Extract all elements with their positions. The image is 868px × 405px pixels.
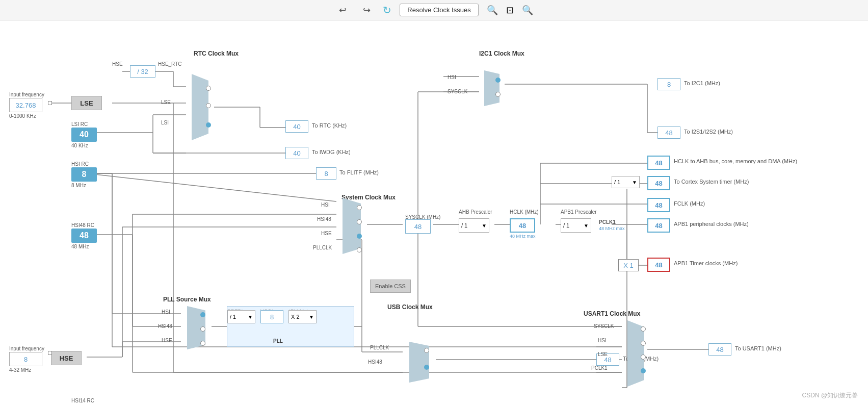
usart1-lse-label: LSE	[598, 351, 608, 357]
refresh-icon[interactable]: ↻	[383, 4, 391, 16]
i2c1-clock-mux-label: I2C1 Clock Mux	[479, 50, 524, 57]
sysclk-val-box: 48	[405, 219, 431, 234]
pll-source-radio-hsi[interactable]	[200, 312, 205, 317]
usart1-sysclk-label: SYSCLK	[594, 323, 614, 329]
prediv-dropdown[interactable]: / 1 ▼	[227, 310, 255, 323]
usart1-val-box: 48	[708, 343, 731, 356]
watermark: CSDN @知识燎元兽	[802, 391, 858, 400]
ahb-prescaler-value: / 1	[461, 222, 467, 229]
redo-button[interactable]: ↪	[359, 3, 375, 18]
hclk-label: HCLK (MHz)	[510, 209, 539, 215]
sys-mux-radio-hsi48[interactable]	[357, 219, 362, 224]
to-flitf-label: To FLITF (MHz)	[339, 169, 379, 175]
pclk1-signal-label: PCLK1	[599, 219, 616, 225]
hsi-unit-label: 8 MHz	[71, 183, 86, 188]
apb1-prescaler-label: APB1 Prescaler	[561, 209, 597, 215]
pll-source-radio-hsi48[interactable]	[200, 326, 205, 332]
system-clock-mux-label: System Clock Mux	[341, 194, 396, 201]
x1-box: X 1	[618, 259, 639, 271]
usb-mux-radio-pllclk[interactable]	[424, 348, 429, 353]
i2c1-mux-radio-hsi[interactable]	[495, 78, 501, 83]
cortex-timer-val-box: 48	[647, 176, 670, 190]
usb-clock-mux-label: USB Clock Mux	[387, 303, 433, 311]
usb-mux-shape	[403, 342, 436, 383]
rtc-mux-radio-lsi[interactable]	[206, 122, 211, 128]
to-i2s-label: To I2S1/I2S2 (MHz)	[684, 129, 733, 135]
rtc-val-box: 40	[285, 120, 308, 133]
input-freq-lse-label: Input frequency	[9, 92, 44, 97]
lsi-mux-in: LSI	[161, 120, 169, 125]
apb1-prescaler-value: / 1	[563, 222, 569, 229]
usb-mux-pllclk: PLLCLK	[370, 345, 389, 350]
i2c1-mux-radio-sysclk[interactable]	[495, 92, 501, 97]
lse-mux-in: LSE	[161, 99, 171, 105]
hsi48-freq-box: 48	[71, 229, 97, 243]
hclk-div-dropdown[interactable]: / 1 ▼	[612, 176, 640, 188]
connector-lse	[48, 101, 52, 105]
rtc-mux-radio-lse[interactable]	[206, 103, 211, 108]
apb1-periph-val-box: 48	[647, 218, 670, 233]
sys-mux-radio-pllclk[interactable]	[357, 247, 362, 252]
pll-mul-chevron: ▼	[309, 314, 314, 320]
pll-source-radio-hse[interactable]	[200, 341, 205, 346]
pll-source-mux-label: PLL Source Mux	[163, 296, 211, 303]
i2c1-mux-shape	[479, 70, 505, 106]
toolbar: ↩ ↪ ↻ Resolve Clock Issues 🔍 ⊡ 🔍	[0, 0, 868, 20]
zoom-in-icon[interactable]: 🔍	[487, 5, 498, 16]
usb-mux-radio-hsi48[interactable]	[424, 365, 429, 370]
lsi-freq-box: 40	[71, 128, 97, 142]
sys-mux-radio-hse[interactable]	[357, 234, 362, 239]
sys-mux-pllclk: PLLCLK	[313, 245, 332, 250]
hsi48-unit-label: 48 MHz	[71, 244, 89, 249]
to-apb1-timer-label: APB1 Timer clocks (MHz)	[674, 260, 738, 266]
resolve-clock-issues-button[interactable]: Resolve Clock Issues	[400, 4, 478, 16]
fclk-val-box: 48	[647, 198, 670, 212]
sys-mux-hse: HSE	[321, 231, 332, 236]
apb1-timer-val-box: 48	[647, 258, 670, 272]
usart1-mux-radio-lse[interactable]	[641, 355, 646, 360]
lsi-rc-label: LSI RC	[71, 121, 88, 127]
undo-button[interactable]: ↩	[335, 3, 351, 18]
hclk-val-box: 48	[510, 218, 535, 233]
usart1-mux-shape	[622, 320, 650, 387]
to-cortex-label: To Cortex System timer (MHz)	[674, 179, 749, 185]
rtc-mux-radio-hse[interactable]	[206, 86, 211, 91]
clock-diagram-canvas: RTC Clock Mux I2C1 Clock Mux System Cloc…	[0, 20, 868, 405]
hse-component: HSE	[51, 351, 82, 365]
prediv-value: / 1	[230, 314, 236, 320]
to-rtc-label: To RTC (KHz)	[312, 122, 347, 129]
pll-area: PLL PREDiv / 1 ▼ VCOInput 8 *PLLMul X 2 …	[227, 306, 354, 347]
svg-line-20	[87, 173, 336, 201]
fit-icon[interactable]: ⊡	[506, 5, 514, 16]
sys-mux-radio-hsi[interactable]	[357, 205, 362, 210]
pll-label: PLL	[273, 338, 283, 344]
hse-signal-label: HSE	[112, 61, 123, 67]
enable-css-button[interactable]: Enable CSS	[370, 280, 411, 293]
usart1-mux-radio-pclk1[interactable]	[641, 368, 646, 373]
ahb-prescaler-dropdown[interactable]: / 1 ▼	[459, 218, 489, 233]
iwdg-val-box: 40	[285, 147, 308, 159]
hsi48-rc-label: HSI48 RC	[71, 222, 94, 228]
hclk-max-label: 48 MHz max	[510, 234, 536, 239]
hsi14-rc-label: HSI14 RC	[71, 398, 94, 403]
system-clock-mux-shape	[336, 198, 367, 254]
to-i2c1-label: To I2C1 (MHz)	[684, 80, 720, 86]
usart1-mux-radio-sysclk[interactable]	[641, 326, 646, 332]
i2c1-hsi-label: HSI	[448, 74, 456, 80]
hse-input-value[interactable]: 8	[9, 352, 42, 366]
apb1-prescaler-dropdown[interactable]: / 1 ▼	[561, 218, 591, 233]
zoom-out-icon[interactable]: 🔍	[522, 5, 533, 16]
i2c1-val-box: 8	[657, 78, 680, 90]
lse-component: LSE	[71, 96, 102, 110]
hclk-div-chevron: ▼	[632, 180, 637, 185]
rtc-clock-mux-label: RTC Clock Mux	[194, 50, 239, 57]
usart1-mux-radio-hsi[interactable]	[641, 341, 646, 346]
ahb-prescaler-label: AHB Prescaler	[459, 209, 492, 215]
hse-rtc-div-box: / 32	[130, 65, 155, 78]
lse-input-value[interactable]: 32.768	[9, 98, 42, 112]
hse-rtc-signal-label: HSE_RTC	[158, 61, 182, 67]
pclk1-max-label: 48 MHz max	[599, 226, 625, 231]
apb1-prescaler-chevron: ▼	[584, 223, 589, 229]
pll-mul-dropdown[interactable]: X 2 ▼	[288, 310, 317, 323]
prediv-chevron: ▼	[248, 314, 253, 320]
